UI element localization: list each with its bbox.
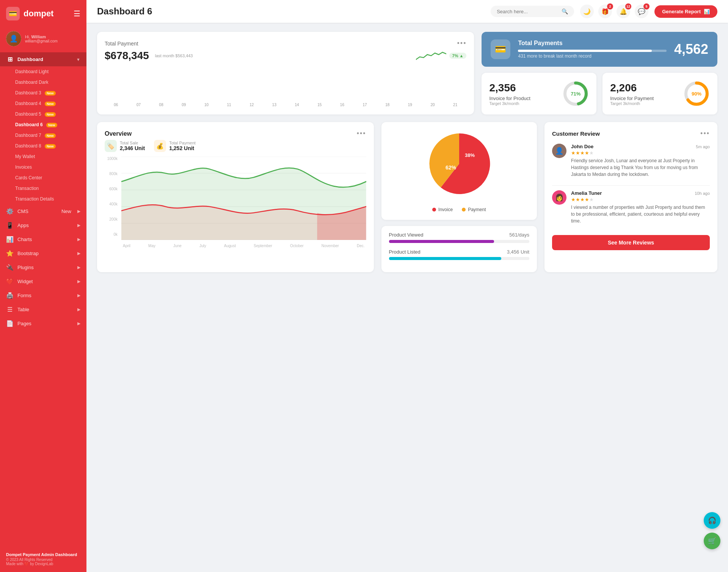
product-viewed-stat: Product Viewed 561/days: [389, 232, 529, 243]
invoice-product-donut: 71%: [562, 80, 589, 107]
invoice-payment-percent: 90%: [692, 91, 701, 97]
reviewer-info-2: Amelia Tuner 10h ago ★★★★★ I viewed a nu…: [571, 190, 710, 224]
legend-payment-info: Total Payment 1,252 Unit: [169, 141, 196, 151]
nav-item-plugins[interactable]: 🔌 Plugins ▶: [0, 260, 86, 274]
footer-title: Dompet Payment Admin Dashboard: [6, 552, 80, 557]
overview-title: Overview: [105, 130, 132, 137]
sidebar-item-dashboard-8[interactable]: Dashboard 8 New: [0, 141, 86, 151]
bar-label-14: 14: [286, 103, 308, 107]
sidebar-item-dashboard-3[interactable]: Dashboard 3 New: [0, 88, 86, 98]
chevron-right-icon-6: ▶: [77, 279, 80, 284]
sidebar-header: 💳 dompet ☰: [0, 0, 86, 27]
total-payment-menu[interactable]: •••: [457, 39, 467, 47]
theme-toggle-button[interactable]: 🌙: [580, 5, 594, 18]
support-button[interactable]: 🎧: [704, 512, 720, 529]
overview-card: Overview ••• 🏷️ Total Sale 2,346 Unit 💰: [97, 122, 374, 272]
sidebar: 💳 dompet ☰ 👤 Hi, William william@gmail.c…: [0, 0, 86, 572]
bar-label-09: 09: [173, 103, 195, 107]
nav-item-widget[interactable]: ❤️ Widget ▶: [0, 274, 86, 288]
sidebar-item-dashboard-4[interactable]: Dashboard 4 New: [0, 98, 86, 109]
x-label-september: September: [254, 244, 272, 248]
sidebar-item-transaction-details[interactable]: Transaction Details: [0, 194, 86, 204]
sidebar-item-my-wallet[interactable]: My Wallet: [0, 151, 86, 162]
y-label-400k: 400k: [105, 202, 118, 206]
cms-icon: ⚙️: [6, 208, 14, 215]
user-name: William: [31, 34, 46, 39]
product-listed-value: 3,456 Unit: [507, 249, 529, 255]
sidebar-item-dashboard-light[interactable]: Dashboard Light: [0, 66, 86, 77]
legend-total-payment: 💰 Total Payment 1,252 Unit: [154, 140, 196, 152]
sidebar-item-dashboard-7[interactable]: Dashboard 7 New: [0, 130, 86, 141]
sidebar-item-cards-center[interactable]: Cards Center: [0, 172, 86, 183]
cart-button[interactable]: 🛒: [704, 533, 720, 549]
charts-icon: 📊: [6, 236, 14, 243]
svg-text:62%: 62%: [446, 165, 457, 171]
total-payments-blue-card: 💳 Total Payments 431 more to break last …: [482, 32, 717, 67]
sidebar-item-dashboard-5[interactable]: Dashboard 5 New: [0, 109, 86, 119]
trend-value: 7%: [452, 53, 458, 58]
nav-item-bootstrap[interactable]: ⭐ Bootstrap ▶: [0, 246, 86, 260]
nav-apps-label: Apps: [17, 223, 74, 228]
hamburger-icon[interactable]: ☰: [74, 9, 80, 18]
sidebar-item-invoices[interactable]: Invoices: [0, 162, 86, 172]
chevron-right-icon: ▶: [77, 209, 80, 214]
blue-card-sub: 431 more to break last month record: [518, 53, 666, 59]
area-chart-svg: [121, 157, 366, 240]
see-more-reviews-button[interactable]: See More Reviews: [552, 235, 710, 250]
nav-item-cms[interactable]: ⚙️ CMS New ▶: [0, 204, 86, 218]
nav-item-dashboard[interactable]: ⊞ Dashboard ▼: [0, 52, 86, 66]
nav-item-apps[interactable]: 📱 Apps ▶: [0, 218, 86, 232]
main-content: Dashboard 6 🔍 🌙 🎁 2 🔔 12 💬 5 Generate Re…: [86, 0, 728, 572]
bell-badge: 12: [625, 3, 631, 9]
trend-badge: 7% ▲: [449, 53, 467, 59]
topbar: Dashboard 6 🔍 🌙 🎁 2 🔔 12 💬 5 Generate Re…: [86, 0, 728, 23]
product-viewed-bar-bg: [389, 240, 529, 243]
user-profile: 👤 Hi, William william@gmail.com: [0, 27, 86, 52]
sidebar-item-dashboard-6[interactable]: Dashboard 6 New: [0, 119, 86, 130]
blue-card-number: 4,562: [674, 41, 708, 57]
bar-label-12: 12: [240, 103, 263, 107]
forms-icon: 🖨️: [6, 292, 14, 299]
nav-item-table[interactable]: ☰ Table ▶: [0, 302, 86, 317]
nav-item-pages[interactable]: 📄 Pages ▶: [0, 317, 86, 331]
plugins-icon: 🔌: [6, 264, 14, 271]
review-title: Customer Review: [552, 130, 600, 137]
review-menu[interactable]: •••: [700, 130, 710, 138]
nav-item-forms[interactable]: 🖨️ Forms ▶: [0, 288, 86, 302]
bar-label-19: 19: [399, 103, 422, 107]
nav-cms-label: CMS: [17, 208, 58, 214]
chevron-down-icon: ▼: [76, 57, 80, 62]
user-greeting: Hi, William: [25, 34, 58, 39]
nav-charts-label: Charts: [17, 237, 74, 242]
product-viewed-bar: [389, 240, 494, 243]
product-viewed-label: Product Viewed: [389, 232, 424, 238]
x-label-november: November: [322, 244, 339, 248]
stars-1: ★★★★★: [571, 150, 710, 156]
payment-icon: 💰: [154, 140, 166, 152]
overview-menu[interactable]: •••: [357, 130, 366, 138]
legend-sale-info: Total Sale 2,346 Unit: [120, 141, 145, 151]
search-bar: 🔍: [491, 6, 574, 17]
search-input[interactable]: [497, 9, 559, 14]
last-month-text: last month $563,443: [155, 53, 193, 58]
user-info: Hi, William william@gmail.com: [25, 34, 58, 43]
x-label-april: April: [123, 244, 130, 248]
avatar: 👤: [6, 31, 21, 46]
bar-label-06: 06: [105, 103, 127, 107]
review-time-1: 5m ago: [696, 144, 710, 149]
logo-icon: 💳: [6, 7, 20, 20]
nav-item-charts[interactable]: 📊 Charts ▶: [0, 232, 86, 246]
sidebar-item-dashboard-dark[interactable]: Dashboard Dark: [0, 77, 86, 88]
pages-icon: 📄: [6, 320, 14, 327]
invoice-product-title: Invoice for Product: [489, 96, 530, 101]
sidebar-item-transaction[interactable]: Transaction: [0, 183, 86, 194]
messages-button[interactable]: 💬 5: [635, 5, 648, 18]
bar-label-17: 17: [353, 103, 376, 107]
y-label-0k: 0k: [105, 232, 118, 237]
bar-label-13: 13: [263, 103, 286, 107]
reviewer-name-2: Amelia Tuner: [571, 190, 602, 196]
apps-icon: 📱: [6, 222, 14, 229]
gift-button[interactable]: 🎁 2: [598, 5, 612, 18]
generate-report-button[interactable]: Generate Report 📊: [654, 5, 717, 18]
notifications-button[interactable]: 🔔 12: [617, 5, 630, 18]
